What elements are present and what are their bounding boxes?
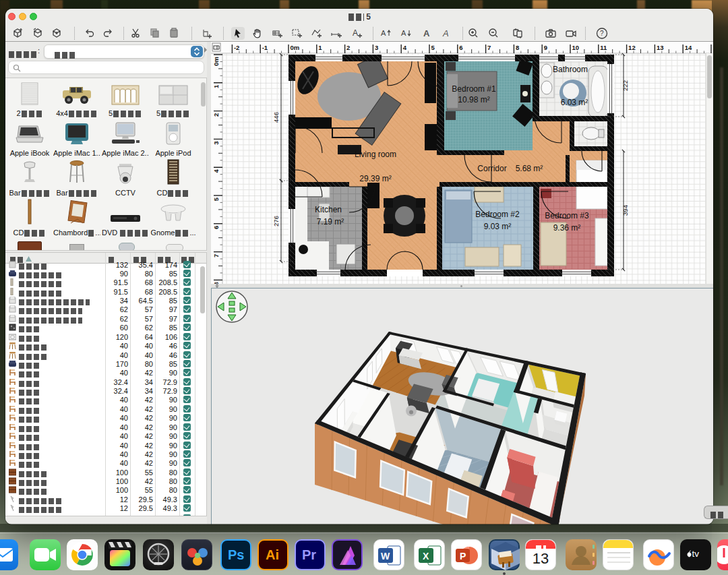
- svg-text:9.03 m²: 9.03 m²: [484, 222, 512, 231]
- svg-text:6.03 m²: 6.03 m²: [561, 98, 588, 107]
- svg-text:Living room: Living room: [355, 150, 396, 159]
- svg-text:4: 4: [212, 169, 220, 173]
- svg-text:7.19 m²: 7.19 m²: [317, 217, 344, 226]
- svg-text:10: 10: [572, 44, 580, 51]
- svg-text:5: 5: [212, 197, 220, 201]
- svg-text:A: A: [353, 28, 358, 38]
- svg-text:12: 12: [628, 44, 636, 51]
- svg-text:A: A: [423, 28, 430, 38]
- svg-text:Corridor: Corridor: [477, 164, 506, 173]
- svg-text:446: 446: [272, 112, 280, 123]
- svg-text:5.68 m²: 5.68 m²: [516, 164, 543, 173]
- svg-text:13: 13: [657, 44, 664, 51]
- svg-text:3: 3: [212, 141, 220, 144]
- svg-text:W: W: [381, 551, 390, 562]
- svg-text:-2: -2: [234, 44, 239, 51]
- svg-text:15: 15: [713, 44, 714, 51]
- svg-text:9.36 m²: 9.36 m²: [553, 223, 581, 233]
- svg-text:5: 5: [431, 44, 435, 51]
- svg-text:3: 3: [375, 44, 378, 51]
- svg-text:6: 6: [212, 226, 220, 229]
- svg-text:10.98 m²: 10.98 m²: [458, 95, 489, 104]
- svg-text:222: 222: [621, 80, 629, 91]
- svg-text:Bathroom: Bathroom: [553, 65, 588, 74]
- svg-text:1: 1: [318, 44, 322, 51]
- svg-text:Bedroom #2: Bedroom #2: [475, 210, 520, 219]
- svg-text:6: 6: [459, 44, 462, 51]
- svg-text:Bedroom #3: Bedroom #3: [545, 211, 589, 220]
- svg-text:?: ?: [600, 30, 604, 37]
- svg-text:-1: -1: [262, 44, 268, 51]
- svg-text:394: 394: [621, 205, 629, 216]
- svg-text:X: X: [423, 551, 429, 562]
- svg-text:29.39 m²: 29.39 m²: [359, 174, 391, 183]
- svg-text:A: A: [401, 29, 406, 37]
- svg-text:2: 2: [212, 113, 220, 117]
- svg-text:A: A: [442, 28, 449, 38]
- svg-text:0m: 0m: [291, 44, 300, 51]
- svg-text:Bedroom #1: Bedroom #1: [452, 84, 496, 94]
- svg-text:8: 8: [516, 44, 519, 51]
- svg-text:4: 4: [403, 44, 407, 51]
- svg-text:2: 2: [346, 44, 350, 51]
- svg-text:P: P: [460, 551, 466, 562]
- svg-text:11: 11: [600, 44, 607, 51]
- svg-text:tv: tv: [692, 549, 700, 559]
- svg-text:7: 7: [212, 254, 220, 258]
- svg-text:276: 276: [272, 216, 280, 226]
- svg-text:Kitchen: Kitchen: [315, 205, 342, 214]
- svg-text:9: 9: [544, 44, 547, 51]
- svg-text:A: A: [381, 29, 386, 37]
- svg-text:14: 14: [685, 44, 692, 51]
- svg-text:7: 7: [487, 44, 491, 51]
- svg-text:1: 1: [212, 84, 220, 88]
- svg-text:0m: 0m: [212, 57, 220, 66]
